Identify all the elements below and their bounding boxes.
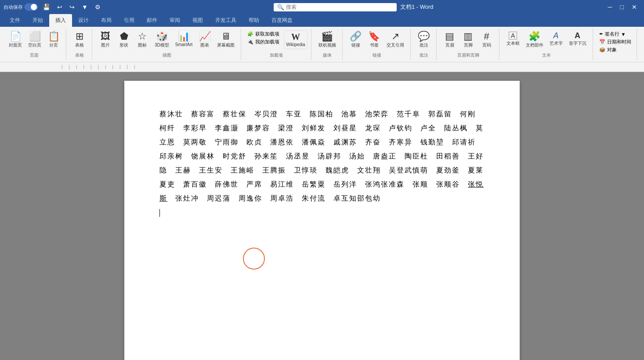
header-icon: ▤ <box>445 32 454 41</box>
tab-home[interactable]: 开始 <box>26 14 49 27</box>
object-icon: 📦 <box>599 47 605 53</box>
3d-button[interactable]: 🎲 3D模型 <box>152 30 172 50</box>
comments-label: 批注 <box>420 52 428 58</box>
tab-references[interactable]: 引用 <box>118 14 141 27</box>
links-label: 链接 <box>373 52 381 58</box>
header-button[interactable]: ▤ 页眉 <box>441 30 459 50</box>
puzzle-icon: 🧩 <box>247 31 253 37</box>
shape-button[interactable]: ⬟ 形状 <box>115 30 133 50</box>
wikipedia-button[interactable]: W Wikipedia <box>284 30 307 49</box>
tab-file[interactable]: 文件 <box>4 14 26 27</box>
signline-button[interactable]: ✒ 签名行 ▼ <box>597 30 633 38</box>
tab-help[interactable]: 帮助 <box>242 14 265 27</box>
customize-button[interactable]: ⚙ <box>93 3 103 11</box>
shape-icon: ⬟ <box>120 32 128 41</box>
chart-button[interactable]: 📈 图表 <box>196 30 213 50</box>
document-content[interactable]: 蔡沐壮 蔡容富 蔡壮保 岑贝澄 车亚 陈国柏 池慕 池荣弈 范千阜 郭磊留 何刚… <box>159 107 485 220</box>
redo-button[interactable]: ↪ <box>67 3 77 11</box>
window-controls: ─ □ ✕ <box>604 2 640 12</box>
cover-button[interactable]: 📄 封面页 <box>6 30 25 50</box>
my-addon-button[interactable]: 🔌 我的加载项 <box>246 38 281 46</box>
group-signature: ✒ 签名行 ▼ 📅 日期和时间 📦 对象 <box>594 29 637 60</box>
illustrations-items: 🖼 图片 ⬟ 形状 ☆ 图标 🎲 3D模型 📊 SmartArt <box>97 30 237 50</box>
pagenumber-icon: # <box>484 32 489 41</box>
media-label: 媒体 <box>323 52 332 58</box>
text-label: 文本 <box>542 52 551 58</box>
link-icon: 🔗 <box>350 32 362 41</box>
picture-button[interactable]: 🖼 图片 <box>97 30 114 50</box>
footer-button[interactable]: ▥ 页脚 <box>459 30 477 50</box>
hf-label: 页眉和页脚 <box>457 52 479 58</box>
tab-mail[interactable]: 邮件 <box>141 14 163 27</box>
media-items: 🎬 联机视频 <box>316 30 339 50</box>
title-bar: 自动保存 💾 ↩ ↪ ▼ ⚙ 🔍 文档1 - Word ─ □ ✕ <box>0 0 644 14</box>
pages-items: 📄 封面页 ⬜ 空白页 📋 分页 <box>6 30 62 50</box>
document-page[interactable]: 蔡沐壮 蔡容富 蔡壮保 岑贝澄 车亚 陈国柏 池慕 池荣弈 范千阜 郭磊留 何刚… <box>124 81 520 360</box>
datetime-button[interactable]: 📅 日期和时间 <box>597 38 633 46</box>
break-button[interactable]: 📋 分页 <box>45 30 62 50</box>
online-video-button[interactable]: 🎬 联机视频 <box>316 30 339 50</box>
screenshot-button[interactable]: 🖥 屏幕截图 <box>214 30 237 50</box>
addon-icon: 🔌 <box>247 39 253 45</box>
close-button[interactable]: ✕ <box>628 2 640 12</box>
quickparts-icon: 🧩 <box>528 32 540 41</box>
tab-insert[interactable]: 插入 <box>49 14 72 27</box>
search-input[interactable] <box>286 4 393 10</box>
hf-items: ▤ 页眉 ▥ 页脚 # 页码 <box>441 30 496 50</box>
tab-view[interactable]: 视图 <box>186 14 209 27</box>
link-button[interactable]: 🔗 链接 <box>347 30 365 50</box>
textbox-icon: A <box>509 32 517 40</box>
content-line-1: 蔡沐壮 蔡容富 蔡壮保 岑贝澄 车亚 陈国柏 池慕 池荣弈 范千阜 郭磊留 何刚… <box>159 107 485 205</box>
restore-button[interactable]: □ <box>617 2 627 12</box>
bookmark-button[interactable]: 🔖 书签 <box>365 30 383 50</box>
search-icon: 🔍 <box>277 4 284 11</box>
symbols-items: π 公式 Ω 符号 <box>641 30 644 50</box>
ribbon-tabs: 文件 开始 插入 设计 布局 引用 邮件 审阅 视图 开发工具 帮助 百度网盘 <box>0 14 644 27</box>
dropcap-button[interactable]: A 首字下沉 <box>566 30 589 48</box>
tab-review[interactable]: 审阅 <box>163 14 186 27</box>
search-bar[interactable]: 🔍 <box>274 3 397 11</box>
table-button[interactable]: ⊞ 表格 <box>71 30 88 50</box>
wikipedia-icon: W <box>291 32 300 41</box>
links-items: 🔗 链接 🔖 书签 ↗ 交叉引用 <box>347 30 407 50</box>
tab-devtools[interactable]: 开发工具 <box>209 14 242 27</box>
group-comments: 💬 批注 批注 <box>412 29 437 60</box>
content-line-2 <box>159 205 485 220</box>
autosave-thumb <box>31 4 37 10</box>
ribbon-content: 📄 封面页 ⬜ 空白页 📋 分页 页面 ⊞ 表格 <box>0 27 644 62</box>
smartart-button[interactable]: 📊 SmartArt <box>173 30 195 48</box>
get-addon-button[interactable]: 🧩 获取加载项 <box>246 30 281 38</box>
screenshot-icon: 🖥 <box>221 32 231 41</box>
undo-button[interactable]: ↩ <box>55 3 65 11</box>
icon-button[interactable]: ☆ 图标 <box>134 30 151 50</box>
sign-icon: ✒ <box>599 31 603 37</box>
tab-layout[interactable]: 布局 <box>95 14 118 27</box>
save-button[interactable]: 💾 <box>40 3 52 11</box>
wordart-button[interactable]: A 艺术字 <box>547 30 565 48</box>
bookmark-icon: 🔖 <box>368 32 380 41</box>
pagenumber-button[interactable]: # 页码 <box>478 30 496 50</box>
table-items: ⊞ 表格 <box>71 30 88 50</box>
autosave-label: 自动保存 <box>4 4 23 11</box>
blank-button[interactable]: ⬜ 空白页 <box>25 30 44 50</box>
minimize-button[interactable]: ─ <box>604 2 616 12</box>
group-text: A 文本框 🧩 文档部件 A 艺术字 A 首字下沉 文本 <box>500 29 593 60</box>
cover-icon: 📄 <box>10 32 22 41</box>
tab-design[interactable]: 设计 <box>72 14 95 27</box>
quickparts-button[interactable]: 🧩 文档部件 <box>523 30 546 50</box>
sig-col: ✒ 签名行 ▼ 📅 日期和时间 📦 对象 <box>597 30 633 54</box>
blank-icon: ⬜ <box>29 32 41 41</box>
comment-icon: 💬 <box>418 32 430 41</box>
textbox-button[interactable]: A 文本框 <box>504 30 522 48</box>
tab-baidu[interactable]: 百度网盘 <box>265 14 299 27</box>
group-media: 🎬 联机视频 媒体 <box>312 29 343 60</box>
equation-button[interactable]: π 公式 <box>641 30 644 48</box>
object-button[interactable]: 📦 对象 <box>597 46 633 54</box>
autosave-area: 自动保存 <box>4 4 38 11</box>
autosave-toggle[interactable] <box>25 4 38 11</box>
dropdown-button[interactable]: ▼ <box>80 3 90 11</box>
document-area[interactable]: 蔡沐壮 蔡容富 蔡壮保 岑贝澄 车亚 陈国柏 池慕 池荣弈 范千阜 郭磊留 何刚… <box>0 72 644 360</box>
text-items: A 文本框 🧩 文档部件 A 艺术字 A 首字下沉 <box>504 30 589 50</box>
comment-button[interactable]: 💬 批注 <box>415 30 433 50</box>
crossref-button[interactable]: ↗ 交叉引用 <box>384 30 407 50</box>
